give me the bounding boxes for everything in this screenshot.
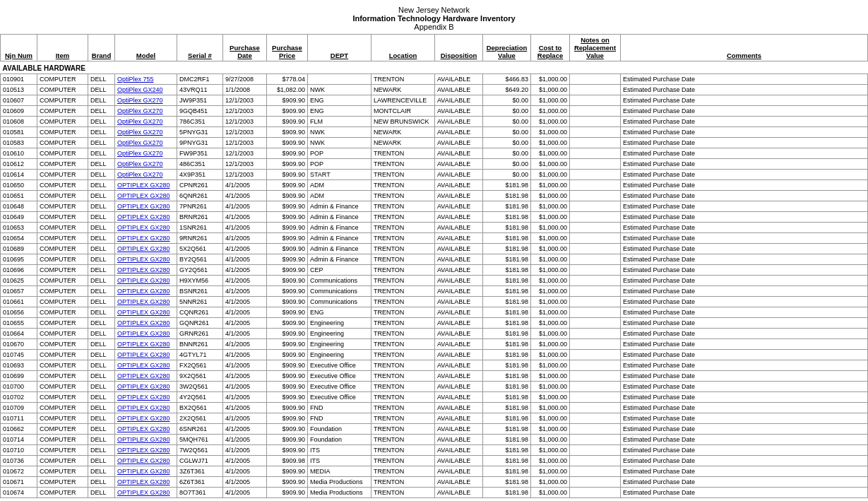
- table-row: 010710COMPUTERDELLOPTIPLEX GX2807W2Q5614…: [1, 445, 868, 456]
- table-cell: $909.90: [267, 318, 308, 329]
- table-cell: Engineering: [308, 318, 371, 329]
- table-cell: COMPUTER: [37, 456, 88, 466]
- table-cell: DELL: [88, 95, 115, 106]
- table-cell: 9PNYG31: [177, 138, 223, 148]
- table-cell: 010711: [1, 413, 37, 424]
- table-cell: COMPUTER: [37, 244, 88, 254]
- table-cell: $909.90: [267, 180, 308, 191]
- table-cell: OptiPlex 755: [115, 74, 177, 85]
- table-cell: Executive Office: [308, 371, 371, 382]
- table-cell: 4/1/2005: [223, 307, 267, 318]
- table-cell: TRENTON: [371, 191, 435, 201]
- table-cell: $909.90: [267, 360, 308, 371]
- table-cell: DELL: [88, 254, 115, 265]
- table-cell: BSNR261: [177, 286, 223, 297]
- table-cell: AVAILABLE: [435, 212, 483, 223]
- table-cell: Estimated Purchase Date: [621, 191, 868, 201]
- table-cell: 4/1/2005: [223, 371, 267, 382]
- table-cell: $1,000.00: [531, 350, 570, 360]
- col-header-dept: DEPT: [308, 35, 371, 61]
- table-cell: 010607: [1, 95, 37, 106]
- table-row: 010648COMPUTERDELLOPTIPLEX GX2807PNR2614…: [1, 201, 868, 212]
- table-cell: $909.90: [267, 170, 308, 180]
- table-cell: Estimated Purchase Date: [621, 488, 868, 498]
- table-cell: TRENTON: [371, 488, 435, 498]
- table-row: 010693COMPUTERDELLOPTIPLEX GX280FX2Q5614…: [1, 360, 868, 371]
- table-cell: [570, 106, 621, 117]
- table-cell: Admin & Finance: [308, 212, 371, 223]
- table-row: 010583COMPUTERDELLOptiPlex GX2709PNYG311…: [1, 138, 868, 148]
- table-cell: $1,000.00: [531, 339, 570, 350]
- table-cell: DELL: [88, 138, 115, 148]
- table-cell: $1,000.00: [531, 413, 570, 424]
- table-cell: Estimated Purchase Date: [621, 85, 868, 95]
- table-cell: $1,000.00: [531, 170, 570, 180]
- table-cell: COMPUTER: [37, 276, 88, 286]
- col-header-item: Item: [37, 35, 88, 61]
- table-cell: 4/1/2005: [223, 456, 267, 466]
- table-cell: 4/1/2005: [223, 244, 267, 254]
- col-header-disposition: Disposition: [435, 35, 483, 61]
- table-cell: TRENTON: [371, 170, 435, 180]
- table-cell: $181.98: [483, 265, 531, 276]
- table-cell: [570, 95, 621, 106]
- table-cell: $181.98: [483, 403, 531, 413]
- table-cell: BNNR261: [177, 339, 223, 350]
- table-cell: OPTIPLEX GX280: [115, 403, 177, 413]
- page-header: New Jersey Network Information Technolog…: [0, 0, 868, 34]
- table-cell: $1,000.00: [531, 138, 570, 148]
- table-cell: MEDIA: [308, 466, 371, 477]
- table-cell: $909.90: [267, 339, 308, 350]
- table-cell: OptiPlex GX270: [115, 138, 177, 148]
- table-cell: Admin & Finance: [308, 223, 371, 233]
- table-cell: Estimated Purchase Date: [621, 276, 868, 286]
- table-cell: $1,000.00: [531, 360, 570, 371]
- table-cell: $778.04: [267, 74, 308, 85]
- table-cell: COMPUTER: [37, 127, 88, 138]
- table-cell: 010710: [1, 445, 37, 456]
- table-cell: AVAILABLE: [435, 159, 483, 170]
- header-line3: Appendix B: [0, 23, 868, 31]
- table-cell: TRENTON: [371, 233, 435, 244]
- table-cell: COMPUTER: [37, 159, 88, 170]
- table-cell: Estimated Purchase Date: [621, 350, 868, 360]
- table-cell: TRENTON: [371, 456, 435, 466]
- table-cell: 010695: [1, 254, 37, 265]
- table-cell: 010714: [1, 435, 37, 445]
- col-header-brand: Brand: [88, 35, 115, 61]
- table-cell: 9GQB451: [177, 106, 223, 117]
- table-cell: $181.98: [483, 244, 531, 254]
- table-cell: 010655: [1, 318, 37, 329]
- table-cell: AVAILABLE: [435, 413, 483, 424]
- table-cell: 010648: [1, 201, 37, 212]
- table-cell: 4/1/2005: [223, 435, 267, 445]
- table-row: 010702COMPUTERDELLOPTIPLEX GX2804Y2Q5614…: [1, 392, 868, 403]
- table-cell: AVAILABLE: [435, 435, 483, 445]
- table-cell: 12/1/2003: [223, 138, 267, 148]
- table-cell: ITS: [308, 456, 371, 466]
- table-cell: OPTIPLEX GX280: [115, 435, 177, 445]
- table-cell: 010513: [1, 85, 37, 95]
- table-cell: AVAILABLE: [435, 445, 483, 456]
- table-cell: $0.00: [483, 170, 531, 180]
- table-cell: Estimated Purchase Date: [621, 180, 868, 191]
- table-cell: 12/1/2003: [223, 170, 267, 180]
- table-cell: Estimated Purchase Date: [621, 413, 868, 424]
- table-cell: DELL: [88, 477, 115, 488]
- table-cell: [570, 201, 621, 212]
- table-cell: OPTIPLEX GX280: [115, 276, 177, 286]
- table-cell: [570, 360, 621, 371]
- table-cell: BX2Q561: [177, 403, 223, 413]
- table-cell: TRENTON: [371, 159, 435, 170]
- table-cell: Estimated Purchase Date: [621, 445, 868, 456]
- table-cell: POP: [308, 159, 371, 170]
- table-cell: [570, 329, 621, 339]
- table-cell: DELL: [88, 180, 115, 191]
- table-cell: COMPUTER: [37, 254, 88, 265]
- table-cell: 4/1/2005: [223, 360, 267, 371]
- table-cell: CQNR261: [177, 307, 223, 318]
- table-cell: DELL: [88, 117, 115, 127]
- table-cell: DELL: [88, 392, 115, 403]
- table-cell: AVAILABLE: [435, 466, 483, 477]
- table-cell: CGLWJ71: [177, 456, 223, 466]
